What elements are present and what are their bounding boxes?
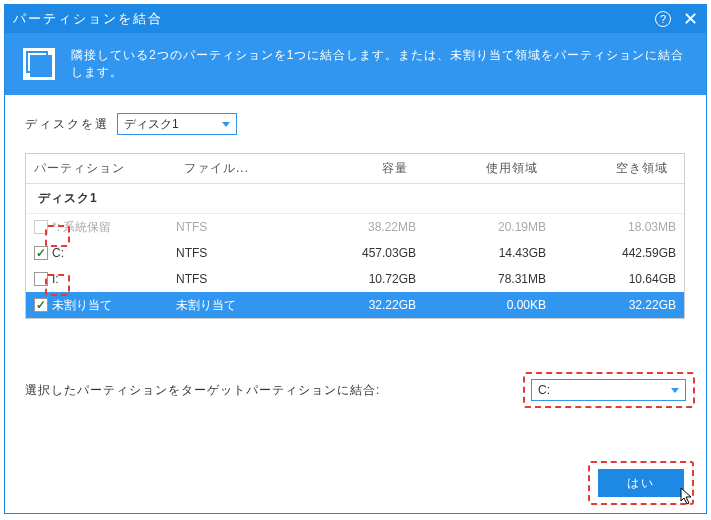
partition-label: 未割り当て bbox=[52, 297, 112, 314]
used-cell: 14.43GB bbox=[416, 246, 546, 260]
free-cell: 10.64GB bbox=[546, 272, 676, 286]
table-row[interactable]: C: NTFS 457.03GB 14.43GB 442.59GB bbox=[26, 240, 684, 266]
used-cell: 0.00KB bbox=[416, 298, 546, 312]
partition-label: I: bbox=[52, 272, 59, 286]
target-label: 選択したパーティションをターゲットパーティションに結合: bbox=[25, 382, 380, 399]
fs-cell: 未割り当て bbox=[176, 297, 286, 314]
help-icon[interactable]: ? bbox=[655, 11, 671, 27]
chevron-down-icon bbox=[222, 122, 230, 127]
fs-cell: NTFS bbox=[176, 246, 286, 260]
merge-icon bbox=[23, 48, 55, 80]
disk-select-combobox[interactable]: ディスク1 bbox=[117, 113, 237, 135]
disk-select-label: ディスクを選 bbox=[25, 116, 109, 133]
table-row[interactable]: *: 系統保留 NTFS 38.22MB 20.19MB 18.03MB bbox=[26, 214, 684, 240]
row-checkbox[interactable] bbox=[34, 272, 48, 286]
target-combobox[interactable]: C: bbox=[531, 379, 686, 401]
capacity-cell: 10.72GB bbox=[286, 272, 416, 286]
table-row[interactable]: 未割り当て 未割り当て 32.22GB 0.00KB 32.22GB bbox=[26, 292, 684, 318]
free-cell: 442.59GB bbox=[546, 246, 676, 260]
target-value: C: bbox=[538, 383, 550, 397]
capacity-cell: 32.22GB bbox=[286, 298, 416, 312]
column-filesystem[interactable]: ファイル... bbox=[176, 154, 286, 183]
partition-table: パーティション ファイル... 容量 使用領域 空き領域 ディスク1 *: 系統… bbox=[25, 153, 685, 319]
capacity-cell: 457.03GB bbox=[286, 246, 416, 260]
cursor-icon bbox=[680, 487, 694, 505]
column-free[interactable]: 空き領域 bbox=[546, 154, 676, 183]
column-used[interactable]: 使用領域 bbox=[416, 154, 546, 183]
dialog-title: パーティションを結合 bbox=[13, 10, 655, 28]
used-cell: 78.31MB bbox=[416, 272, 546, 286]
partition-label: C: bbox=[52, 246, 64, 260]
row-checkbox[interactable] bbox=[34, 298, 48, 312]
banner-text: 隣接している2つのパーティションを1つに結合します。または、未割り当て領域をパー… bbox=[71, 47, 688, 81]
free-cell: 32.22GB bbox=[546, 298, 676, 312]
ok-button[interactable]: はい bbox=[598, 469, 684, 497]
table-row[interactable]: I: NTFS 10.72GB 78.31MB 10.64GB bbox=[26, 266, 684, 292]
column-partition[interactable]: パーティション bbox=[26, 154, 176, 183]
row-checkbox[interactable] bbox=[34, 246, 48, 260]
column-capacity[interactable]: 容量 bbox=[286, 154, 416, 183]
close-icon[interactable]: ✕ bbox=[683, 10, 698, 28]
used-cell: 20.19MB bbox=[416, 220, 546, 234]
partition-label: *: 系統保留 bbox=[52, 219, 111, 236]
fs-cell: NTFS bbox=[176, 220, 286, 234]
disk-header[interactable]: ディスク1 bbox=[26, 184, 684, 214]
fs-cell: NTFS bbox=[176, 272, 286, 286]
disk-select-value: ディスク1 bbox=[124, 116, 179, 133]
chevron-down-icon bbox=[671, 388, 679, 393]
row-checkbox bbox=[34, 220, 48, 234]
free-cell: 18.03MB bbox=[546, 220, 676, 234]
capacity-cell: 38.22MB bbox=[286, 220, 416, 234]
